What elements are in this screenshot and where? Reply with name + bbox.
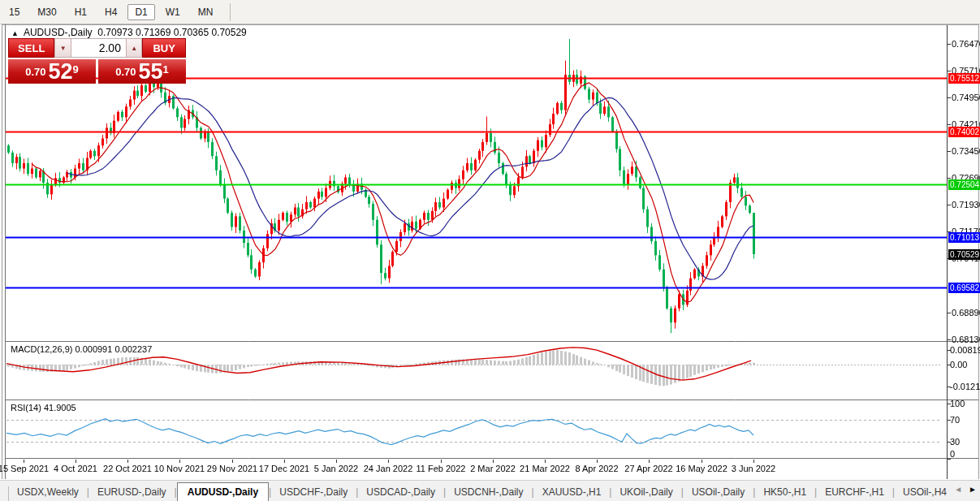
buy-button[interactable]: BUY [142,38,186,58]
hline-price-label: 0.75512 [948,73,980,84]
timeframe-button-h1[interactable]: H1 [67,4,94,20]
tab-eurchf-h1[interactable]: EURCHF-,H1 [817,483,892,501]
hline-price-label: 0.71013 [948,232,980,243]
tab-hk50-h1[interactable]: HK50-,H1 [755,483,814,501]
date-axis-label: 16 May 2022 [673,464,730,473]
tab-eurusd-daily[interactable]: EURUSD-,Daily [89,483,175,501]
macd-axis-tick: 0.0081973 [950,345,980,355]
rsi-axis-tick: 30 [950,437,960,447]
tab-xauusd-h1[interactable]: XAUUSD-,H1 [534,483,610,501]
date-axis-label: 10 Nov 2021 [151,464,208,473]
tab-ukoil-daily[interactable]: UKOil-,Daily [611,483,680,501]
date-axis-label: 22 Oct 2021 [99,464,156,473]
buy-price-main: 55 [139,61,163,82]
one-click-trade-panel: SELL ▼ ▲ BUY 0.70 52 9 0.70 55 1 [8,38,186,84]
collapse-triangle-icon[interactable]: ▲ [11,29,19,37]
timeframe-button-mn[interactable]: MN [191,4,221,20]
date-axis-label: 27 Apr 2022 [620,464,677,473]
timeframe-button-h4[interactable]: H4 [97,4,124,20]
buy-price-prefix: 0.70 [115,66,136,78]
date-axis-label: 11 Feb 2022 [412,464,469,473]
tab-audusd-daily[interactable]: AUDUSD-,Daily [177,482,269,501]
sell-price-pip: 9 [73,63,79,76]
date-axis-label: 17 Dec 2021 [256,464,313,473]
timeframe-button-w1[interactable]: W1 [158,4,188,20]
chart-symbol-label: AUDUSD-,Daily [24,27,93,38]
sell-price-main: 52 [49,61,73,82]
sell-price-display[interactable]: 0.70 52 9 [8,59,96,84]
price-axis-tick: 0.68130 [952,335,980,344]
hline-price-label: 0.74002 [948,127,980,137]
symbol-tab-bar: USDX,Weekly|EURUSD-,Daily|AUDUSD-,Daily|… [0,480,980,501]
buy-price-pip: 1 [163,63,169,76]
tab-scroll-right-icon[interactable]: ► [969,485,977,494]
date-axis-label: 3 Jun 2022 [725,464,782,473]
chart-ohlc-values: 0.70973 0.71369 0.70365 0.70529 [97,27,247,38]
timeframe-button-15[interactable]: 15 [2,4,27,20]
tab-usdcad-daily[interactable]: USDCAD-,Daily [358,483,443,501]
current-price-label: 0.70529 [948,249,980,260]
sell-button[interactable]: SELL [8,38,54,58]
rsi-axis-tick: 0 [950,449,955,459]
volume-decrease-button[interactable]: ▼ [54,38,71,58]
tab-stub [0,486,9,501]
price-axis-tick: 0.73450 [952,146,980,156]
toolbar-separator [230,3,231,21]
tab-scroll-left-icon[interactable]: ◄ [954,485,962,494]
buy-price-display[interactable]: 0.70 55 1 [98,59,186,84]
date-axis-label: 15 Sep 2021 [0,464,52,473]
volume-input[interactable] [71,38,126,58]
tab-scroll-arrows: ◄► [954,485,977,494]
price-axis-tick: 0.74950 [952,93,980,102]
timeframe-button-d1[interactable]: D1 [127,4,154,20]
date-axis-label: 4 Oct 2021 [47,464,104,473]
tab-usdchf-daily[interactable]: USDCHF-,Daily [271,483,356,501]
timeframe-toolbar: 15M30H1H4D1W1MN [0,0,980,24]
tab-usdx-weekly[interactable]: USDX,Weekly [9,483,87,501]
macd-axis-tick: -0.0121233 [950,382,980,391]
sell-price-prefix: 0.70 [25,66,45,78]
mt4-window: 15M30H1H4D1W1MN ▲AUDUSD-,Daily 0.70973 0… [0,0,980,501]
tab-usoil-daily[interactable]: USOil-,Daily [684,483,753,501]
price-axis-tick: 0.68890 [952,308,980,317]
macd-indicator-label: MACD(12,26,9) 0.000991 0.002237 [11,344,152,354]
macd-axis-tick: 0.00 [950,360,967,369]
rsi-indicator-label: RSI(14) 41.9005 [11,403,76,412]
chart-header: ▲AUDUSD-,Daily 0.70973 0.71369 0.70365 0… [11,27,247,38]
tab-usdcnh-daily[interactable]: USDCNH-,Daily [446,483,531,501]
price-axis-tick: 0.76470 [952,39,980,49]
date-axis-label: 29 Nov 2021 [204,464,261,473]
date-axis-label: 24 Jan 2022 [360,464,417,473]
tab-usoil-h4[interactable]: USOil-,H4 [895,483,955,501]
rsi-axis-tick: 100 [950,399,965,408]
date-axis-label: 5 Jan 2022 [308,464,365,473]
volume-increase-button[interactable]: ▲ [126,38,142,58]
rsi-axis-tick: 70 [950,415,960,425]
date-axis-label: 21 Mar 2022 [516,464,573,473]
price-axis-tick: 0.71930 [952,200,980,209]
timeframe-button-m30[interactable]: M30 [30,4,63,20]
hline-price-label: 0.72504 [948,179,980,190]
date-axis-label: 2 Mar 2022 [464,464,521,473]
hline-price-label: 0.69582 [948,283,980,293]
date-axis-label: 8 Apr 2022 [568,464,625,473]
